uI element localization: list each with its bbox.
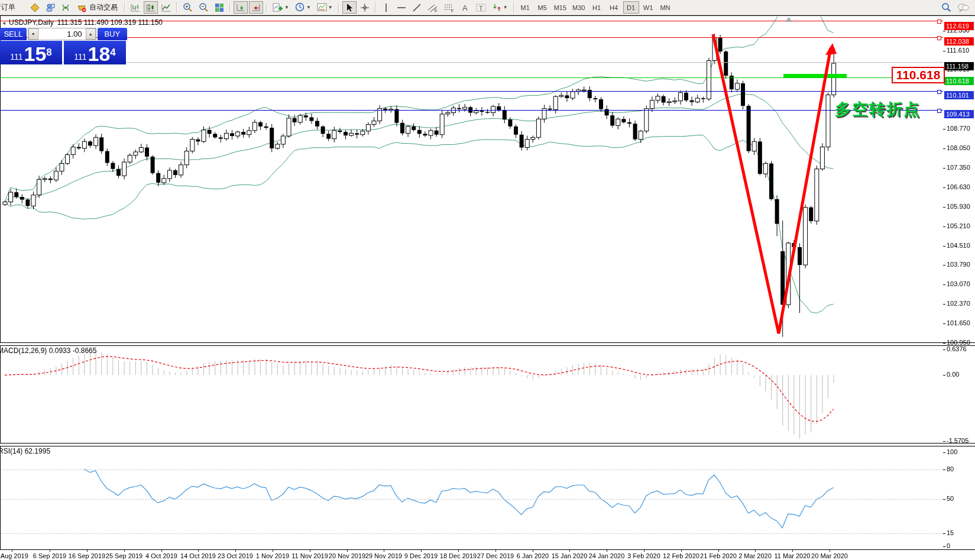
crosshair-icon[interactable] [358,1,372,14]
separator [176,2,177,13]
chart-shift-icon[interactable] [249,1,263,14]
zoom-in-icon[interactable] [180,1,195,14]
vertical-line-icon[interactable] [379,1,393,14]
timeframe-H1[interactable]: H1 [589,1,605,14]
text-icon[interactable]: A [458,1,472,14]
market-watch-icon[interactable] [28,1,42,14]
tile-windows-icon[interactable] [212,1,226,14]
navigator-icon[interactable] [43,1,57,14]
sell-price-sup: 8 [46,41,51,64]
periods-icon[interactable]: ▼ [293,1,313,14]
svg-text:A: A [462,4,468,12]
price-alert-label[interactable]: 110.618 [892,67,945,83]
horizontal-line-icon[interactable] [394,1,409,14]
text-label-icon[interactable]: T [474,1,489,14]
cursor-icon[interactable] [342,1,357,14]
zoom-out-icon[interactable] [196,1,211,14]
timeframe-W1[interactable]: W1 [640,1,656,14]
trendline-icon[interactable] [410,1,424,14]
candlestick-chart-icon[interactable] [144,1,158,14]
timeframe-D1[interactable]: D1 [623,1,639,14]
turning-point-annotation[interactable]: 多空转折点 [835,99,921,120]
separator [375,2,376,13]
timeframe-bar: M1M5M15M30H1H4D1W1MN [517,1,674,14]
line-chart-icon[interactable] [159,1,173,14]
separator [513,2,514,13]
timeframe-H4[interactable]: H4 [606,1,622,14]
volume-input[interactable] [38,28,86,40]
volume-down-button[interactable]: ▼ [28,28,38,40]
separator [266,2,267,13]
toolbar: 新订单 自动交易 [0,0,975,15]
timeframe-M15[interactable]: M15 [552,1,569,14]
bar-chart-icon[interactable] [128,1,142,14]
sell-button[interactable]: SELL [0,28,27,40]
svg-text:F: F [451,8,454,12]
buy-price-small: 111 [74,51,86,63]
chart-window: ◂ USDJPY,Daily 111.315 111.490 109.319 1… [0,15,975,560]
separator [124,2,125,13]
buy-price-big: 18 [88,45,110,63]
equidistant-channel-icon[interactable]: E [425,1,440,14]
sell-price-small: 111 [10,51,22,63]
separator [229,2,231,13]
sell-price-tile[interactable]: 111 15 8 [0,41,62,64]
timeframe-MN[interactable]: MN [657,1,673,14]
fibonacci-icon[interactable]: F [442,1,457,14]
one-click-trading-panel: SELL ▼ ▲ BUY 111 15 8 111 18 4 [0,28,127,64]
signals-icon[interactable] [59,1,73,14]
new-order-label: 新订单 [0,2,15,12]
chat-icon[interactable] [955,1,971,14]
auto-trading-label: 自动交易 [89,2,118,12]
templates-icon[interactable]: ▼ [315,1,335,14]
svg-text:T: T [479,4,483,11]
red-v-arrow[interactable] [0,16,975,560]
volume-up-button[interactable]: ▲ [86,28,96,40]
indicators-icon[interactable]: ▼ [270,1,291,14]
buy-price-tile[interactable]: 111 18 4 [64,41,126,64]
auto-trading-icon [77,3,87,12]
timeframe-M30[interactable]: M30 [570,1,587,14]
search-icon[interactable] [939,1,954,14]
auto-trading-button[interactable]: 自动交易 [74,1,121,14]
sell-price-big: 15 [24,45,46,63]
buy-button[interactable]: BUY [98,28,127,40]
timeframe-M5[interactable]: M5 [535,1,550,14]
new-order-button[interactable]: 新订单 [0,2,27,12]
separator [338,2,339,13]
timeframe-M1[interactable]: M1 [517,1,533,14]
auto-scroll-icon[interactable] [234,1,248,14]
buy-price-sup: 4 [110,41,115,64]
mt4-window: 新订单 自动交易 [0,0,975,560]
arrows-icon[interactable]: ▼ [490,1,510,14]
svg-text:E: E [435,8,438,12]
